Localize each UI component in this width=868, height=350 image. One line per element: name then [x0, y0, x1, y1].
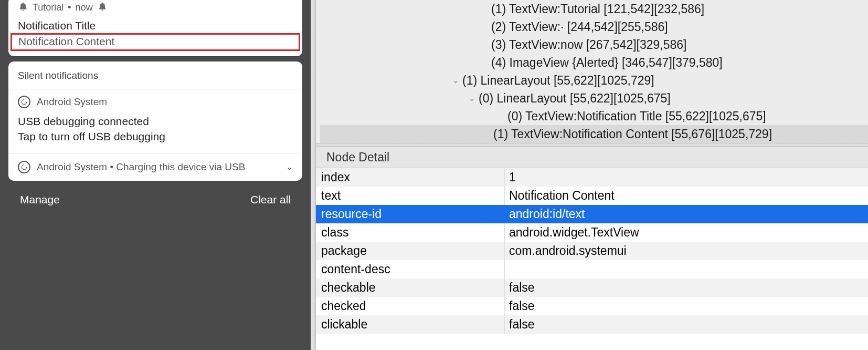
charging-text: Android System • Charging this device vi…: [37, 161, 245, 173]
detail-row[interactable]: textNotification Content: [316, 187, 868, 205]
detail-key: text: [316, 187, 505, 205]
tree-row[interactable]: (1) TextView:Notification Content [55,67…: [320, 125, 868, 143]
silent-notifications-card[interactable]: Silent notifications Android System USB …: [8, 61, 302, 181]
detail-value: android.widget.TextView: [505, 225, 639, 240]
tree-row[interactable]: (4) ImageView {Alerted} [346,547][379,58…: [320, 54, 868, 71]
hierarchy-tree[interactable]: (1) TextView:Tutorial [121,542][232,586]…: [316, 0, 868, 143]
tree-row[interactable]: ⌄(0) LinearLayout [55,622][1025,675]: [320, 89, 868, 107]
notif-dot: •: [68, 2, 71, 13]
usb-debugging-body[interactable]: USB debugging connected Tap to turn off …: [8, 111, 302, 153]
alerted-icon: [97, 1, 108, 14]
notif-time: now: [76, 2, 93, 13]
clear-all-button[interactable]: Clear all: [250, 193, 291, 206]
manage-button[interactable]: Manage: [20, 193, 60, 206]
detail-key: resource-id: [316, 205, 505, 223]
tree-node-label: (1) TextView:Tutorial [121,542][232,586]: [491, 2, 704, 16]
detail-row[interactable]: checkedfalse: [316, 297, 868, 315]
tree-node-label: (0) TextView:Notification Title [55,622]…: [507, 109, 766, 123]
detail-value: Notification Content: [505, 189, 615, 203]
silent-header: Silent notifications: [8, 61, 302, 89]
detail-row[interactable]: content-desc: [316, 260, 868, 279]
detail-value: android:id/text: [505, 207, 585, 221]
tree-row[interactable]: (3) TextView:now [267,542][329,586]: [320, 36, 868, 54]
android-system-icon: [18, 161, 30, 173]
android-system-row: Android System: [8, 89, 302, 111]
detail-row[interactable]: packagecom.android.systemui: [316, 242, 868, 260]
detail-value: false: [505, 299, 535, 313]
tree-row[interactable]: ⌄(1) LinearLayout [55,622][1025,729]: [320, 71, 868, 89]
detail-key: clickable: [316, 315, 505, 334]
disclosure-icon[interactable]: ⌄: [467, 94, 477, 103]
tree-row[interactable]: (2) TextView:· [244,542][255,586]: [320, 18, 868, 36]
device-screen: Tutorial • now Notification Title Notifi…: [0, 0, 311, 350]
notification-content-highlight: Notification Content: [10, 33, 300, 51]
android-system-icon: [18, 96, 30, 108]
detail-key: checked: [316, 297, 505, 315]
detail-value: false: [505, 317, 535, 332]
tree-node-label: (4) ImageView {Alerted} [346,547][379,58…: [491, 56, 723, 70]
node-detail-table[interactable]: index1textNotification Contentresource-i…: [316, 168, 868, 350]
tree-row[interactable]: (0) TextView:Notification Title [55,622]…: [320, 107, 868, 125]
detail-key: checkable: [316, 279, 505, 297]
tree-node-label: (2) TextView:· [244,542][255,586]: [491, 20, 668, 34]
detail-row[interactable]: classandroid.widget.TextView: [316, 223, 868, 242]
android-system-label: Android System: [37, 96, 107, 108]
chevron-down-icon[interactable]: ⌄: [286, 162, 293, 172]
notification-content: Notification Content: [18, 35, 292, 48]
charging-row[interactable]: Android System • Charging this device vi…: [8, 153, 302, 181]
detail-key: package: [316, 242, 505, 260]
horizontal-splitter[interactable]: [316, 143, 868, 147]
vertical-splitter[interactable]: [311, 0, 316, 350]
detail-row[interactable]: index1: [316, 168, 868, 187]
detail-key: index: [316, 168, 505, 187]
usb-line2: Tap to turn off USB debugging: [18, 129, 293, 144]
detail-value: false: [505, 281, 535, 295]
detail-value: 1: [505, 170, 516, 184]
detail-row[interactable]: clickablefalse: [316, 315, 868, 334]
tree-row[interactable]: (1) TextView:Tutorial [121,542][232,586]: [320, 0, 868, 18]
notification-card[interactable]: Tutorial • now Notification Title Notifi…: [8, 0, 302, 56]
detail-value: com.android.systemui: [505, 244, 627, 258]
inspector-pane: (1) TextView:Tutorial [121,542][232,586]…: [316, 0, 868, 350]
tree-node-label: (1) LinearLayout [55,622][1025,729]: [462, 74, 654, 88]
notif-app-name: Tutorial: [33, 2, 63, 13]
tree-node-label: (1) TextView:Notification Content [55,67…: [493, 127, 772, 141]
detail-row[interactable]: checkablefalse: [316, 279, 868, 297]
usb-line1: USB debugging connected: [18, 114, 293, 129]
tree-node-label: (0) LinearLayout [55,622][1025,675]: [479, 91, 671, 106]
disclosure-icon[interactable]: ⌄: [451, 76, 460, 85]
notification-header: Tutorial • now: [8, 0, 302, 17]
shade-actions: Manage Clear all: [8, 186, 302, 213]
detail-key: class: [316, 223, 505, 242]
notification-title: Notification Title: [8, 17, 302, 33]
detail-row[interactable]: resource-idandroid:id/text: [316, 205, 868, 223]
bell-icon: [18, 1, 28, 14]
detail-key: content-desc: [316, 260, 505, 279]
node-detail-header: Node Detail: [316, 147, 868, 168]
tree-node-label: (3) TextView:now [267,542][329,586]: [491, 38, 687, 52]
